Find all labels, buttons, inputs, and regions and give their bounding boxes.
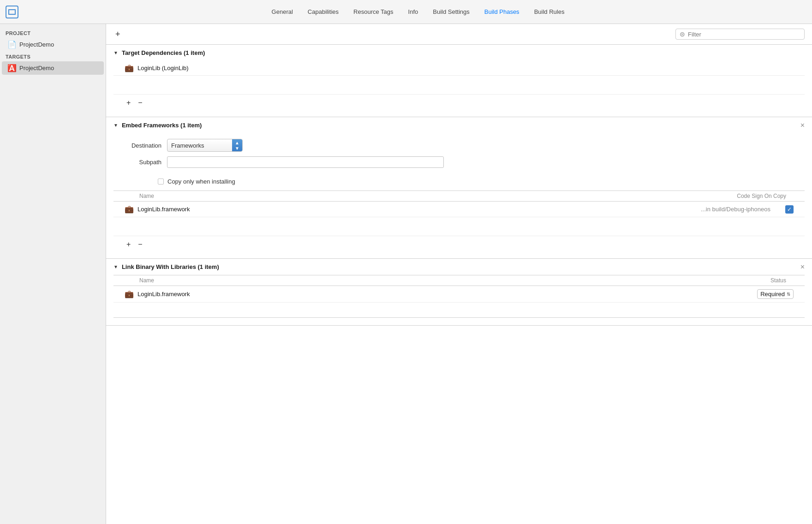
- list-item: 💼 LoginLib (LoginLib): [113, 61, 805, 76]
- embed-frameworks-title: Embed Frameworks (1 item): [122, 122, 202, 129]
- framework-name: LoginLib.framework: [137, 206, 697, 213]
- tab-info[interactable]: Info: [408, 6, 418, 17]
- collapse-triangle-link: ▼: [113, 264, 118, 269]
- app-logo: [6, 6, 18, 18]
- sidebar-item-project[interactable]: 📄 ProjectDemo: [2, 38, 104, 51]
- link-binary-close-button[interactable]: ×: [800, 263, 805, 271]
- sidebar-targets-label: TARGETS: [0, 51, 106, 61]
- tab-build-settings[interactable]: Build Settings: [433, 6, 470, 17]
- target-dependencies-header[interactable]: ▼ Target Dependencies (1 item): [106, 45, 812, 61]
- sidebar-project-label: PROJECT: [0, 28, 106, 38]
- embed-frameworks-content: Destination Frameworks ▲▼ Subpath: [106, 133, 812, 258]
- sidebar-item-target[interactable]: 🅰️ ProjectDemo: [2, 61, 104, 75]
- status-select-wrapper[interactable]: Required ⇅: [757, 289, 794, 299]
- content-toolbar: + ⊜: [106, 24, 812, 45]
- subpath-row: Subpath: [125, 156, 794, 168]
- target-dependencies-section: ▼ Target Dependencies (1 item) 💼 LoginLi…: [106, 45, 812, 117]
- sidebar: PROJECT 📄 ProjectDemo TARGETS 🅰️ Project…: [0, 24, 106, 524]
- target-dependencies-title: Target Dependencies (1 item): [122, 49, 205, 56]
- collapse-triangle-embed: ▼: [113, 123, 118, 128]
- sidebar-project-name: ProjectDemo: [19, 41, 54, 48]
- project-icon: 📄: [7, 40, 16, 49]
- link-item-icon: 💼: [125, 290, 134, 298]
- link-item-name: LoginLib.framework: [137, 291, 753, 298]
- destination-label: Destination: [125, 142, 161, 149]
- copy-only-label: Copy only when installing: [167, 178, 235, 185]
- embed-add-button[interactable]: +: [125, 240, 132, 249]
- sidebar-target-name: ProjectDemo: [19, 65, 54, 71]
- target-dependencies-content: 💼 LoginLib (LoginLib) + −: [106, 61, 812, 117]
- content-area: + ⊜ ▼ Target Dependencies (1 item) 💼 Log…: [106, 24, 812, 524]
- destination-select[interactable]: Frameworks: [167, 140, 232, 151]
- destination-row: Destination Frameworks ▲▼: [125, 139, 794, 152]
- copy-only-checkbox[interactable]: [158, 179, 164, 185]
- main-layout: PROJECT 📄 ProjectDemo TARGETS 🅰️ Project…: [0, 24, 812, 524]
- filter-icon: ⊜: [680, 30, 685, 38]
- copy-only-row: Copy only when installing: [113, 178, 805, 185]
- link-status-header: Status: [731, 277, 786, 284]
- collapse-triangle-target-deps: ▼: [113, 50, 118, 55]
- select-arrows-icon: ▲▼: [232, 139, 242, 151]
- target-deps-addremove: + −: [113, 94, 805, 111]
- link-binary-title: Link Binary With Libraries (1 item): [122, 263, 219, 270]
- embed-frameworks-section: ▼ Embed Frameworks (1 item) × Destinatio…: [106, 117, 812, 259]
- framework-path: ...in build/Debug-iphoneos: [701, 206, 770, 213]
- target-deps-remove-button[interactable]: −: [136, 98, 144, 107]
- status-value: Required: [760, 291, 785, 298]
- link-binary-content: Name Status 💼 LoginLib.framework Require…: [106, 275, 812, 325]
- embed-addremove: + −: [113, 236, 805, 253]
- target-deps-add-button[interactable]: +: [125, 98, 132, 107]
- nav-tabs: General Capabilities Resource Tags Info …: [30, 6, 806, 17]
- list-item: 💼 LoginLib.framework Required ⇅: [113, 286, 805, 303]
- embed-name-header: Name: [139, 193, 737, 199]
- framework-icon: 💼: [125, 205, 134, 214]
- tab-build-rules[interactable]: Build Rules: [534, 6, 565, 17]
- add-phase-button[interactable]: +: [113, 29, 122, 39]
- tab-capabilities[interactable]: Capabilities: [308, 6, 339, 17]
- code-sign-header: Code Sign On Copy: [737, 193, 786, 199]
- subpath-label: Subpath: [125, 159, 161, 166]
- tab-build-phases[interactable]: Build Phases: [484, 6, 519, 17]
- subpath-input[interactable]: [167, 156, 444, 168]
- destination-select-wrapper: Frameworks ▲▼: [167, 139, 243, 152]
- embed-frameworks-header[interactable]: ▼ Embed Frameworks (1 item) ×: [106, 117, 812, 133]
- list-item: 💼 LoginLib.framework ...in build/Debug-i…: [113, 202, 805, 217]
- filter-input[interactable]: [688, 31, 800, 38]
- target-icon: 🅰️: [7, 64, 16, 72]
- embed-table-header: Name Code Sign On Copy: [113, 191, 805, 202]
- status-arrows-icon: ⇅: [787, 292, 790, 297]
- embed-frameworks-settings: Destination Frameworks ▲▼ Subpath: [113, 133, 805, 178]
- target-dep-name: LoginLib (LoginLib): [137, 65, 794, 71]
- embed-remove-button[interactable]: −: [136, 240, 144, 249]
- filter-box: ⊜: [675, 29, 805, 40]
- tab-general[interactable]: General: [272, 6, 293, 17]
- link-table-header: Name Status: [113, 275, 805, 286]
- link-binary-section: ▼ Link Binary With Libraries (1 item) × …: [106, 259, 812, 326]
- top-navigation: General Capabilities Resource Tags Info …: [0, 0, 812, 24]
- link-binary-header[interactable]: ▼ Link Binary With Libraries (1 item) ×: [106, 259, 812, 275]
- link-name-header: Name: [139, 277, 731, 284]
- embed-frameworks-close-button[interactable]: ×: [800, 122, 805, 129]
- tab-resource-tags[interactable]: Resource Tags: [353, 6, 393, 17]
- target-dep-icon: 💼: [125, 64, 134, 72]
- code-sign-checkbox[interactable]: ✓: [785, 205, 794, 214]
